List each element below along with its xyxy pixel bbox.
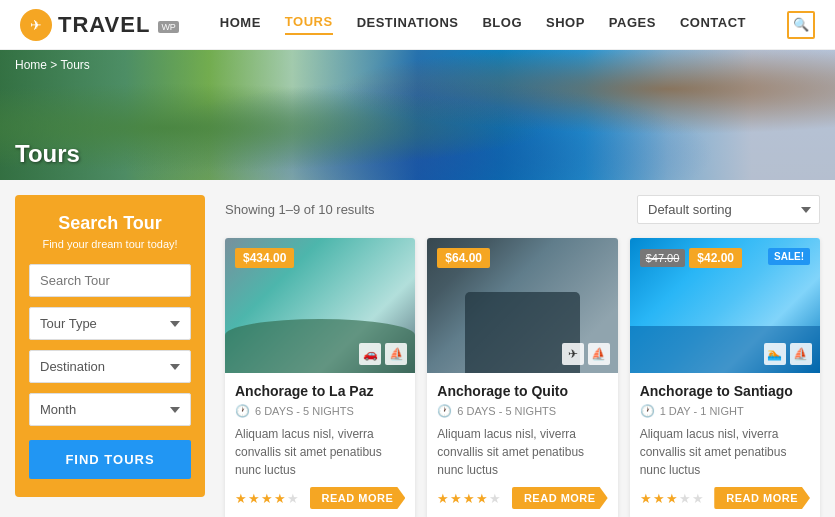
card-duration: 🕐 6 DAYS - 5 NIGHTS bbox=[437, 404, 607, 418]
tours-content: Showing 1–9 of 10 results Default sortin… bbox=[225, 195, 820, 517]
card-image: $47.00 $42.00 SALE! 🏊⛵ bbox=[630, 238, 820, 373]
card-description: Aliquam lacus nisl, viverra convallis si… bbox=[437, 425, 607, 479]
search-widget-subtitle: Find your dream tour today! bbox=[29, 238, 191, 250]
tour-cards: $434.00 🚗⛵ Anchorage to La Paz 🕐 6 DAYS … bbox=[225, 238, 820, 517]
duration-text: 1 DAY - 1 NIGHT bbox=[660, 405, 744, 417]
logo-icon bbox=[20, 9, 52, 41]
nav-item-home[interactable]: HOME bbox=[220, 15, 261, 34]
nav-item-pages[interactable]: PAGES bbox=[609, 15, 656, 34]
clock-icon: 🕐 bbox=[437, 404, 452, 418]
logo: TRAVEL WP bbox=[20, 9, 179, 41]
star-1: ★ bbox=[640, 491, 652, 506]
main-content: Search Tour Find your dream tour today! … bbox=[0, 180, 835, 517]
tour-card-2: $64.00 ✈⛵ Anchorage to Quito 🕐 6 DAYS - … bbox=[427, 238, 617, 517]
star-1: ★ bbox=[437, 491, 449, 506]
search-widget: Search Tour Find your dream tour today! … bbox=[15, 195, 205, 497]
card-body: Anchorage to Santiago 🕐 1 DAY - 1 NIGHT … bbox=[630, 373, 820, 517]
card-footer: ★★★★★ READ MORE bbox=[235, 487, 405, 509]
tour-type-select[interactable]: Tour Type Adventure Beach City Cultural bbox=[29, 307, 191, 340]
star-rating: ★★★★★ bbox=[437, 491, 501, 506]
star-3: ★ bbox=[666, 491, 678, 506]
content-header: Showing 1–9 of 10 results Default sortin… bbox=[225, 195, 820, 224]
amenity-icon: ✈ bbox=[562, 343, 584, 365]
star-4: ★ bbox=[274, 491, 286, 506]
price-new: $42.00 bbox=[689, 248, 742, 268]
search-input[interactable] bbox=[29, 264, 191, 297]
star-1: ★ bbox=[235, 491, 247, 506]
nav-item-shop[interactable]: SHOP bbox=[546, 15, 585, 34]
amenity-icon: 🚗 bbox=[359, 343, 381, 365]
star-rating: ★★★★★ bbox=[640, 491, 704, 506]
card-duration: 🕐 1 DAY - 1 NIGHT bbox=[640, 404, 810, 418]
star-3: ★ bbox=[463, 491, 475, 506]
nav-item-blog[interactable]: BLOG bbox=[482, 15, 522, 34]
card-amenity-icons: 🏊⛵ bbox=[764, 343, 812, 365]
find-tours-button[interactable]: FIND TOURS bbox=[29, 440, 191, 479]
price-badge: $434.00 bbox=[235, 248, 294, 268]
nav-item-contact[interactable]: CONTACT bbox=[680, 15, 746, 34]
destination-select[interactable]: Destination Europe Asia Americas Africa bbox=[29, 350, 191, 383]
star-4: ★ bbox=[476, 491, 488, 506]
amenity-icon: 🏊 bbox=[764, 343, 786, 365]
card-title: Anchorage to La Paz bbox=[235, 383, 405, 399]
amenity-icon: ⛵ bbox=[385, 343, 407, 365]
breadcrumb: Home > Tours bbox=[15, 58, 90, 72]
search-widget-title: Search Tour bbox=[29, 213, 191, 234]
sale-badge: SALE! bbox=[768, 248, 810, 265]
star-4: ★ bbox=[679, 491, 691, 506]
card-title: Anchorage to Santiago bbox=[640, 383, 810, 399]
read-more-button[interactable]: READ MORE bbox=[512, 487, 608, 509]
main-nav: HOMETOURSDESTINATIONSBLOGSHOPPAGESCONTAC… bbox=[220, 14, 746, 35]
duration-text: 6 DAYS - 5 NIGHTS bbox=[457, 405, 556, 417]
clock-icon: 🕐 bbox=[235, 404, 250, 418]
hero-overlay bbox=[0, 50, 835, 180]
sidebar: Search Tour Find your dream tour today! … bbox=[15, 195, 205, 517]
read-more-button[interactable]: READ MORE bbox=[714, 487, 810, 509]
star-2: ★ bbox=[653, 491, 665, 506]
nav-item-tours[interactable]: TOURS bbox=[285, 14, 333, 35]
amenity-icon: ⛵ bbox=[588, 343, 610, 365]
star-5: ★ bbox=[489, 491, 501, 506]
card-description: Aliquam lacus nisl, viverra convallis si… bbox=[235, 425, 405, 479]
card-body: Anchorage to La Paz 🕐 6 DAYS - 5 NIGHTS … bbox=[225, 373, 415, 517]
logo-text: TRAVEL bbox=[58, 12, 150, 38]
card-body: Anchorage to Quito 🕐 6 DAYS - 5 NIGHTS A… bbox=[427, 373, 617, 517]
header: TRAVEL WP HOMETOURSDESTINATIONSBLOGSHOPP… bbox=[0, 0, 835, 50]
card-image: $434.00 🚗⛵ bbox=[225, 238, 415, 373]
read-more-button[interactable]: READ MORE bbox=[310, 487, 406, 509]
card-image: $64.00 ✈⛵ bbox=[427, 238, 617, 373]
sort-select[interactable]: Default sortingSort by popularitySort by… bbox=[637, 195, 820, 224]
star-2: ★ bbox=[248, 491, 260, 506]
duration-text: 6 DAYS - 5 NIGHTS bbox=[255, 405, 354, 417]
star-5: ★ bbox=[692, 491, 704, 506]
price-sale: $47.00 $42.00 bbox=[640, 248, 742, 268]
star-rating: ★★★★★ bbox=[235, 491, 299, 506]
card-footer: ★★★★★ READ MORE bbox=[640, 487, 810, 509]
nav-item-destinations[interactable]: DESTINATIONS bbox=[357, 15, 459, 34]
page-title: Tours bbox=[15, 140, 80, 168]
price-badge: $64.00 bbox=[437, 248, 490, 268]
tour-card-1: $434.00 🚗⛵ Anchorage to La Paz 🕐 6 DAYS … bbox=[225, 238, 415, 517]
results-count: Showing 1–9 of 10 results bbox=[225, 202, 375, 217]
card-amenity-icons: ✈⛵ bbox=[562, 343, 610, 365]
hero-banner: Home > Tours Tours bbox=[0, 50, 835, 180]
star-5: ★ bbox=[287, 491, 299, 506]
amenity-icon: ⛵ bbox=[790, 343, 812, 365]
search-button[interactable]: 🔍 bbox=[787, 11, 815, 39]
card-footer: ★★★★★ READ MORE bbox=[437, 487, 607, 509]
card-title: Anchorage to Quito bbox=[437, 383, 607, 399]
card-amenity-icons: 🚗⛵ bbox=[359, 343, 407, 365]
tour-card-3: $47.00 $42.00 SALE! 🏊⛵ Anchorage to Sant… bbox=[630, 238, 820, 517]
price-old: $47.00 bbox=[640, 249, 686, 267]
star-2: ★ bbox=[450, 491, 462, 506]
clock-icon: 🕐 bbox=[640, 404, 655, 418]
month-select[interactable]: Month January February March bbox=[29, 393, 191, 426]
logo-wp: WP bbox=[158, 21, 179, 33]
card-description: Aliquam lacus nisl, viverra convallis si… bbox=[640, 425, 810, 479]
star-3: ★ bbox=[261, 491, 273, 506]
card-duration: 🕐 6 DAYS - 5 NIGHTS bbox=[235, 404, 405, 418]
